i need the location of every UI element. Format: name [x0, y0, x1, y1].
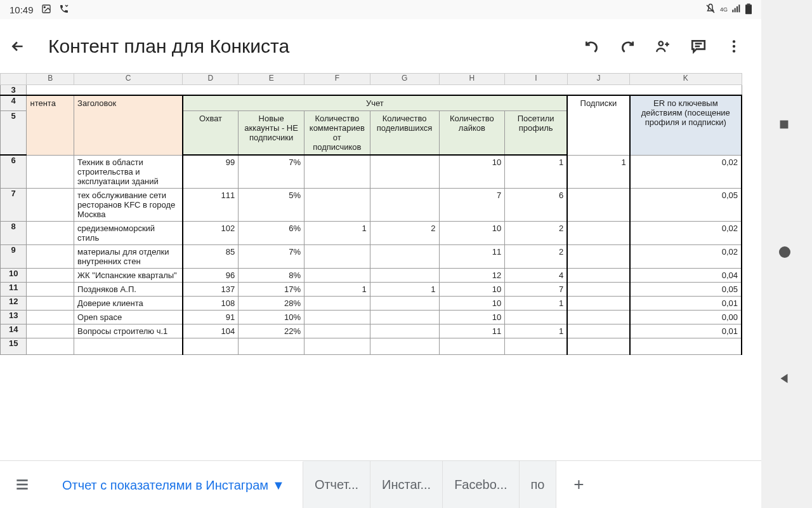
- cell-title[interactable]: Open space: [74, 310, 183, 324]
- cell[interactable]: 6: [505, 188, 567, 221]
- cell[interactable]: 0,02: [630, 221, 742, 244]
- header-likes[interactable]: Количество лайков: [439, 111, 505, 156]
- cell[interactable]: [567, 221, 629, 244]
- header-content-type[interactable]: нтента: [27, 95, 74, 155]
- header-comments[interactable]: Количество комментариев от подписчиков: [304, 111, 370, 156]
- cell[interactable]: 104: [183, 324, 239, 338]
- cell[interactable]: [567, 244, 629, 268]
- cell[interactable]: 1: [505, 155, 567, 188]
- row-num[interactable]: 5: [1, 111, 27, 156]
- header-er[interactable]: ER по ключевым действиям (посещение проф…: [630, 95, 742, 155]
- cell[interactable]: 10: [439, 221, 505, 244]
- cell[interactable]: [304, 268, 370, 282]
- cell[interactable]: 10: [439, 310, 505, 324]
- cell[interactable]: [567, 324, 629, 338]
- all-sheets-button[interactable]: [0, 461, 44, 508]
- cell[interactable]: [370, 296, 439, 310]
- cell[interactable]: 1: [370, 282, 439, 296]
- sheet-tab[interactable]: Отчет...: [303, 461, 370, 508]
- header-new-accounts[interactable]: Новые аккаунты - НЕ подписчики: [239, 111, 304, 156]
- redo-button[interactable]: [619, 38, 636, 55]
- row-num[interactable]: 4: [1, 95, 27, 111]
- cell[interactable]: [370, 268, 439, 282]
- table-row[interactable]: 6 Техник в области строительства и экспл…: [1, 155, 742, 188]
- cell[interactable]: 10: [439, 155, 505, 188]
- header-subscriptions[interactable]: Подписки: [567, 95, 629, 155]
- add-sheet-button[interactable]: +: [556, 461, 601, 508]
- row-num[interactable]: 11: [1, 282, 27, 296]
- table-row[interactable]: 8 средиземноморский стиль 102 6% 1 2 10 …: [1, 221, 742, 244]
- table-row[interactable]: 15: [1, 338, 742, 354]
- cell[interactable]: [304, 155, 370, 188]
- row-num[interactable]: 8: [1, 221, 27, 244]
- cell[interactable]: 12: [439, 268, 505, 282]
- cell-title[interactable]: Вопросы строителю ч.1: [74, 324, 183, 338]
- cell[interactable]: 0,05: [630, 282, 742, 296]
- cell[interactable]: 7: [505, 282, 567, 296]
- table-row[interactable]: 4 нтента Заголовок Учет Подписки ER по к…: [1, 95, 742, 111]
- cell-title[interactable]: ЖК "Испанские кварталы": [74, 268, 183, 282]
- col-B[interactable]: B: [27, 74, 74, 85]
- cell[interactable]: 108: [183, 296, 239, 310]
- cell[interactable]: 0,01: [630, 296, 742, 310]
- cell[interactable]: [567, 296, 629, 310]
- col-J[interactable]: J: [567, 74, 629, 85]
- row-num[interactable]: 9: [1, 244, 27, 268]
- sheet-tab[interactable]: по: [520, 461, 557, 508]
- cell-title[interactable]: тех обслуживание сети ресторанов KFC в г…: [74, 188, 183, 221]
- cell[interactable]: [370, 324, 439, 338]
- cell[interactable]: 10%: [239, 310, 304, 324]
- sheet-tab-active[interactable]: Отчет с показателями в Инстаграм ▼: [44, 461, 303, 508]
- cell[interactable]: 7%: [239, 155, 304, 188]
- row-num[interactable]: 3: [1, 85, 27, 96]
- cell[interactable]: [304, 244, 370, 268]
- cell[interactable]: 0,02: [630, 155, 742, 188]
- cell[interactable]: [370, 155, 439, 188]
- header-shares[interactable]: Количество поделившихся: [370, 111, 439, 156]
- row-num[interactable]: 10: [1, 268, 27, 282]
- comment-button[interactable]: [690, 38, 707, 55]
- cell[interactable]: 1: [505, 324, 567, 338]
- cell-title[interactable]: средиземноморский стиль: [74, 221, 183, 244]
- cell[interactable]: [304, 296, 370, 310]
- home-button[interactable]: [777, 244, 796, 264]
- cell[interactable]: [304, 324, 370, 338]
- col-K[interactable]: K: [630, 74, 742, 85]
- cell[interactable]: 7: [439, 188, 505, 221]
- col-F[interactable]: F: [304, 74, 370, 85]
- table-row[interactable]: 13 Open space 91 10% 10 0,00: [1, 310, 742, 324]
- cell[interactable]: [304, 188, 370, 221]
- table-row[interactable]: 14 Вопросы строителю ч.1 104 22% 11 1 0,…: [1, 324, 742, 338]
- table-row[interactable]: 11 Поздняков А.П. 137 17% 1 1 10 7 0,05: [1, 282, 742, 296]
- cell[interactable]: 1: [304, 221, 370, 244]
- header-title[interactable]: Заголовок: [74, 95, 183, 155]
- nav-back-button[interactable]: [777, 371, 796, 391]
- cell[interactable]: 10: [439, 282, 505, 296]
- cell[interactable]: 4: [505, 268, 567, 282]
- cell[interactable]: 0,02: [630, 244, 742, 268]
- header-profile-visits[interactable]: Посетили профиль: [505, 111, 567, 156]
- cell[interactable]: 102: [183, 221, 239, 244]
- cell[interactable]: [567, 282, 629, 296]
- col-C[interactable]: C: [74, 74, 183, 85]
- column-header-row[interactable]: B C D E F G H I J K: [1, 74, 742, 85]
- row-num[interactable]: 7: [1, 188, 27, 221]
- cell[interactable]: 10: [439, 296, 505, 310]
- col-E[interactable]: E: [239, 74, 304, 85]
- cell[interactable]: 111: [183, 188, 239, 221]
- cell[interactable]: 2: [505, 221, 567, 244]
- row-num[interactable]: 6: [1, 155, 27, 188]
- recent-apps-button[interactable]: [777, 117, 796, 137]
- cell[interactable]: 85: [183, 244, 239, 268]
- corner-cell[interactable]: [1, 74, 27, 85]
- col-H[interactable]: H: [439, 74, 505, 85]
- undo-button[interactable]: [584, 38, 600, 55]
- row-num[interactable]: 14: [1, 324, 27, 338]
- cell[interactable]: 0,05: [630, 188, 742, 221]
- cell[interactable]: 1: [304, 282, 370, 296]
- cell[interactable]: [567, 310, 629, 324]
- table-row[interactable]: 10 ЖК "Испанские кварталы" 96 8% 12 4 0,…: [1, 268, 742, 282]
- cell[interactable]: 6%: [239, 221, 304, 244]
- cell[interactable]: [370, 188, 439, 221]
- cell[interactable]: [567, 188, 629, 221]
